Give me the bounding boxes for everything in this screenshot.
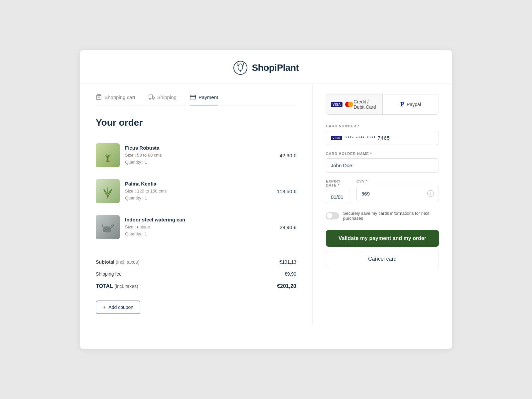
truck-icon xyxy=(149,94,155,100)
payment-methods: VISA Credit / Debit Card 𝐏 Paypal xyxy=(326,94,439,115)
expiry-input[interactable] xyxy=(326,190,351,204)
svg-rect-4 xyxy=(149,95,152,98)
grand-total-value: €201,20 xyxy=(277,283,296,289)
subtotal-row: Subtotal (incl. taxes) €191,13 xyxy=(96,256,296,268)
item-size-watering: Size : unique xyxy=(125,224,274,231)
item-details-ficus: Ficus Robusta Size : 50 to 80 cms Quanti… xyxy=(125,145,274,166)
tab-payment-label: Payment xyxy=(199,94,218,100)
card-number-label: CARD NUMBER * xyxy=(326,124,439,128)
shipping-value: €9,90 xyxy=(285,271,296,277)
tab-shopping-cart-label: Shopping cart xyxy=(104,94,135,100)
ficus-plant-icon xyxy=(100,147,116,163)
svg-point-1 xyxy=(238,64,243,70)
item-qty-ficus: Quantity : 1 xyxy=(125,159,274,166)
paypal-icon: 𝐏 xyxy=(400,101,404,108)
validate-label: Validate my payment and my order xyxy=(338,235,426,241)
item-size-palma: Size : 120 to 150 cms xyxy=(125,188,272,195)
expiry-cvv-row: EXPIRY DATE * CVV * i xyxy=(326,179,439,211)
grand-total-row: TOTAL (incl. taxes) €201,20 xyxy=(96,280,296,293)
tab-shipping-label: Shipping xyxy=(157,94,177,100)
cart-icon xyxy=(96,94,102,100)
right-panel: VISA Credit / Debit Card 𝐏 Paypal CARD N… xyxy=(313,83,452,325)
main-card: ShopiPlant Shopping cart xyxy=(80,50,452,349)
svg-rect-7 xyxy=(190,95,196,99)
item-name-palma: Palma Kentia xyxy=(125,181,272,187)
palma-plant-icon xyxy=(100,183,116,199)
save-card-toggle[interactable] xyxy=(326,212,339,219)
svg-point-13 xyxy=(103,227,111,230)
cancel-button[interactable]: Cancel card xyxy=(326,251,439,267)
item-size-ficus: Size : 50 to 80 cms xyxy=(125,152,274,159)
order-items: Ficus Robusta Size : 50 to 80 cms Quanti… xyxy=(96,137,296,245)
subtotal-value: €191,13 xyxy=(279,259,296,265)
shipping-label: Shipping fee xyxy=(96,271,122,277)
credit-card-icon xyxy=(190,94,196,100)
cvv-group: CVV * i xyxy=(356,179,439,204)
tab-shopping-cart[interactable]: Shopping cart xyxy=(96,94,135,105)
card-holder-label: CARD HOLDER NAME * xyxy=(326,152,439,156)
header: ShopiPlant xyxy=(80,50,452,83)
mc-circle-orange xyxy=(348,102,353,107)
cvv-info-icon[interactable]: i xyxy=(427,190,434,197)
cvv-label: CVV * xyxy=(356,179,439,183)
item-price-watering: 29,90 € xyxy=(280,224,296,230)
paypal-method-label: Paypal xyxy=(407,102,421,107)
card-method-label: Credit / Debit Card xyxy=(354,99,377,110)
add-coupon-button[interactable]: + Add coupon xyxy=(96,301,140,314)
save-card-label: Securely save my cards informations for … xyxy=(343,211,439,221)
grand-total-label: TOTAL (incl. taxes) xyxy=(96,283,138,289)
item-qty-watering: Quantity : 1 xyxy=(125,231,274,238)
svg-rect-10 xyxy=(106,161,110,162)
item-details-palma: Palma Kentia Size : 120 to 150 cms Quant… xyxy=(125,181,272,202)
tab-payment[interactable]: Payment xyxy=(190,94,218,105)
order-item-palma: Palma Kentia Size : 120 to 150 cms Quant… xyxy=(96,173,296,209)
card-number-group: CARD NUMBER * VISA **** **** **** 7465 xyxy=(326,124,439,145)
shipping-row: Shipping fee €9,90 xyxy=(96,268,296,280)
brand-name: ShopiPlant xyxy=(252,63,299,73)
cancel-label: Cancel card xyxy=(368,256,396,262)
order-item-watering: Indoor steel watering can Size : unique … xyxy=(96,209,296,245)
card-visa-badge: VISA xyxy=(331,136,342,140)
content-area: Shopping cart Shipping xyxy=(80,83,452,325)
left-panel: Shopping cart Shipping xyxy=(80,83,313,325)
svg-point-6 xyxy=(153,98,154,99)
expiry-label: EXPIRY DATE * xyxy=(326,179,351,187)
add-coupon-label: Add coupon xyxy=(108,305,133,310)
svg-rect-11 xyxy=(107,195,108,198)
item-name-ficus: Ficus Robusta xyxy=(125,145,274,151)
toggle-knob xyxy=(327,213,332,219)
order-title: Your order xyxy=(96,117,296,128)
order-item-ficus: Ficus Robusta Size : 50 to 80 cms Quanti… xyxy=(96,137,296,173)
expiry-group: EXPIRY DATE * xyxy=(326,179,351,204)
visa-badge: VISA xyxy=(331,102,342,107)
totals: Subtotal (incl. taxes) €191,13 Shipping … xyxy=(96,253,296,293)
nav-tabs: Shopping cart Shipping xyxy=(96,94,296,105)
item-name-watering: Indoor steel watering can xyxy=(125,217,274,222)
item-price-ficus: 42,90 € xyxy=(280,153,296,158)
item-image-watering xyxy=(96,215,120,239)
card-number-value: **** **** **** 7465 xyxy=(345,135,390,141)
svg-point-0 xyxy=(234,61,247,74)
item-image-ficus xyxy=(96,143,120,167)
plus-icon: + xyxy=(103,304,106,310)
save-card-row: Securely save my cards informations for … xyxy=(326,211,439,221)
watering-can-icon xyxy=(100,219,116,235)
mastercard-badge xyxy=(345,101,351,107)
card-holder-input[interactable] xyxy=(326,158,439,173)
svg-point-5 xyxy=(149,98,151,99)
payment-method-paypal[interactable]: 𝐏 Paypal xyxy=(382,94,439,114)
logo-icon xyxy=(233,61,248,75)
payment-method-card[interactable]: VISA Credit / Debit Card xyxy=(326,94,382,114)
item-image-palma xyxy=(96,179,120,203)
subtotal-label: Subtotal (incl. taxes) xyxy=(96,259,139,265)
card-holder-group: CARD HOLDER NAME * xyxy=(326,152,439,173)
item-details-watering: Indoor steel watering can Size : unique … xyxy=(125,217,274,238)
item-qty-palma: Quantity : 1 xyxy=(125,195,272,202)
cvv-input[interactable] xyxy=(361,191,425,197)
tab-shipping[interactable]: Shipping xyxy=(149,94,177,105)
cvv-field[interactable]: i xyxy=(356,186,439,201)
order-divider xyxy=(96,248,296,248)
item-price-palma: 118,50 € xyxy=(277,189,296,194)
card-number-field[interactable]: VISA **** **** **** 7465 xyxy=(326,131,439,145)
validate-button[interactable]: Validate my payment and my order xyxy=(326,230,439,247)
